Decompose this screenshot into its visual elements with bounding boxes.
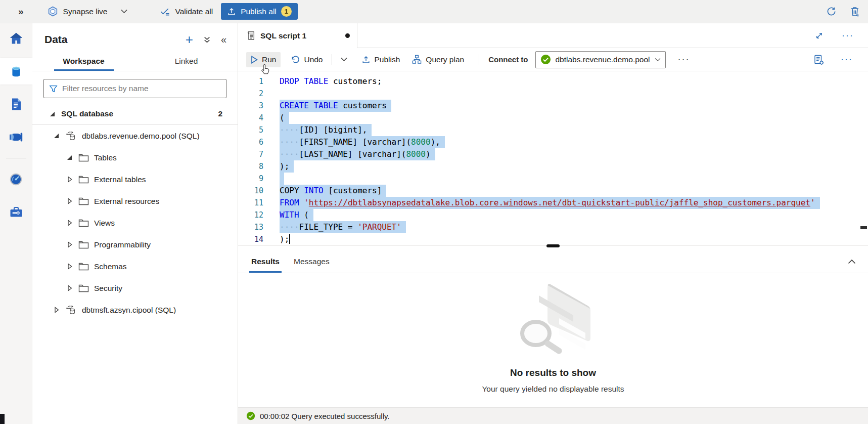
refresh-icon[interactable] [826,6,837,17]
editor-line-13[interactable]: 13····FILE_TYPE = 'PARQUET' [238,221,868,233]
tree-item-tables[interactable]: Tables [32,147,238,168]
collapse-results-icon[interactable] [848,259,856,264]
pool-selector-dropdown[interactable]: dbtlabs.revenue.demo.pool [535,51,666,68]
editor-line-11[interactable]: 11FROM 'https://dbtlabsynapsedatalake.bl… [238,197,868,209]
code-editor[interactable]: 1DROP TABLE customers;23CREATE TABLE cus… [238,71,868,245]
splitter-grip[interactable] [546,244,560,247]
publish-button[interactable]: Publish [357,52,405,67]
screen-corner-artifact [0,414,5,424]
editor-toolbar: Run Undo Publish Query plan Connect to [238,48,868,71]
left-nav-rail [0,23,32,424]
tree-item-security[interactable]: Security [32,277,238,299]
editor-line-14[interactable]: 14); [238,233,868,245]
editor-more-icon[interactable]: ··· [836,54,858,65]
editor-line-6[interactable]: 6····[FIRST_NAME] [varchar](8000), [238,136,868,148]
chevron-collapsed-icon[interactable] [66,198,73,204]
editor-line-9[interactable]: 9 [238,173,868,185]
query-plan-button[interactable]: Query plan [407,52,469,67]
rail-item-data[interactable] [0,58,32,84]
no-results-illustration [502,280,604,360]
rail-item-develop[interactable] [0,91,32,117]
publish-all-button[interactable]: Publish all 1 [221,3,298,20]
chevron-expanded-icon[interactable] [66,155,73,160]
validate-icon [160,7,170,16]
line-number: 14 [238,233,263,245]
resource-tree: SQL database2dbtlabs.revenue.demo.pool (… [32,103,238,321]
tree-item-label: dbtmsft.azsyn.cipool (SQL) [82,306,176,315]
chevron-expanded-icon[interactable] [49,111,56,117]
synapse-live-selector[interactable]: Synapse live [47,6,128,17]
undo-label: Undo [304,55,323,64]
editor-line-8[interactable]: 8); [238,160,868,173]
chevron-collapsed-icon[interactable] [66,285,73,291]
tab-more-icon[interactable]: ··· [837,30,859,41]
tree-item-external-resources[interactable]: External resources [32,190,238,212]
tree-item-schemas[interactable]: Schemas [32,256,238,277]
tab-messages[interactable]: Messages [287,250,337,273]
folder-icon [78,284,89,292]
chevron-collapsed-icon[interactable] [66,241,73,248]
pool-selector-value: dbtlabs.revenue.demo.pool [556,55,650,64]
tree-item-label: Tables [94,153,117,162]
filter-input[interactable] [62,84,221,93]
editor-line-7[interactable]: 7····[LAST_NAME] [varchar](8000) [238,148,868,160]
tab-results[interactable]: Results [244,250,287,273]
trash-icon[interactable] [850,6,860,17]
sql-pool-icon [65,131,77,141]
data-panel-tabs: Workspace Linked [32,53,238,71]
mode-label: Synapse live [63,7,108,16]
rail-divider [6,158,26,158]
line-number: 8 [238,160,263,173]
rail-item-manage[interactable] [0,199,32,225]
folder-icon [78,240,89,249]
filter-box [43,79,226,98]
folder-icon [78,153,89,162]
undo-button[interactable]: Undo [286,52,327,67]
text-cursor [289,234,290,244]
tree-item-label: External tables [94,175,146,184]
tree-item-label: dbtlabs.revenue.demo.pool (SQL) [82,132,200,141]
tab-sql-script-1[interactable]: SQL script 1 [238,23,357,48]
publish-count-badge: 1 [281,6,292,17]
validate-all-button[interactable]: Validate all [160,7,213,16]
tree-item-sql-database[interactable]: SQL database2 [32,103,238,125]
expand-sidebar-icon[interactable]: » [18,6,24,17]
chevron-expanded-icon[interactable] [53,133,60,139]
editor-line-1[interactable]: 1DROP TABLE customers; [238,75,868,88]
gauge-icon [9,173,23,186]
results-tab-bar: Results Messages [238,250,868,273]
double-chevron-down-icon[interactable] [203,36,211,44]
script-settings-icon[interactable] [813,54,825,65]
tree-item-dbtlabs-revenue-demo-pool-sql[interactable]: dbtlabs.revenue.demo.pool (SQL) [32,125,238,147]
collapse-panel-icon[interactable]: « [221,34,226,46]
chevron-collapsed-icon[interactable] [53,307,60,313]
rail-item-integrate[interactable] [0,124,32,150]
editor-line-5[interactable]: 5····[ID] [bigint], [238,124,868,136]
tab-workspace[interactable]: Workspace [32,53,135,71]
tree-item-external-tables[interactable]: External tables [32,168,238,190]
folder-icon [78,262,89,271]
rail-item-home[interactable] [0,25,32,52]
chevron-collapsed-icon[interactable] [66,263,73,270]
tab-linked[interactable]: Linked [135,53,238,71]
chevron-collapsed-icon[interactable] [66,176,73,183]
toolbar-more-icon[interactable]: ··· [673,54,695,65]
editor-line-10[interactable]: 10COPY INTO [customers] [238,185,868,197]
expand-editor-icon[interactable] [815,31,824,40]
add-resource-icon[interactable]: + [186,34,193,45]
editor-line-12[interactable]: 12WITH ( [238,209,868,221]
editor-line-2[interactable]: 2 [238,88,868,100]
tree-item-programmability[interactable]: Programmability [32,234,238,256]
tree-item-label: Schemas [94,262,127,271]
editor-line-3[interactable]: 3CREATE TABLE customers [238,100,868,112]
tree-item-label: SQL database [61,109,113,118]
line-number: 6 [238,136,263,148]
connect-to-label: Connect to [488,55,528,64]
run-button[interactable]: Run [246,52,281,67]
tree-item-views[interactable]: Views [32,212,238,234]
editor-line-4[interactable]: 4( [238,112,868,124]
tree-item-dbtmsft-azsyn-cipool-sql[interactable]: dbtmsft.azsyn.cipool (SQL) [32,299,238,321]
undo-dropdown-icon[interactable] [336,54,352,65]
chevron-collapsed-icon[interactable] [66,220,73,226]
rail-item-monitor[interactable] [0,166,32,192]
